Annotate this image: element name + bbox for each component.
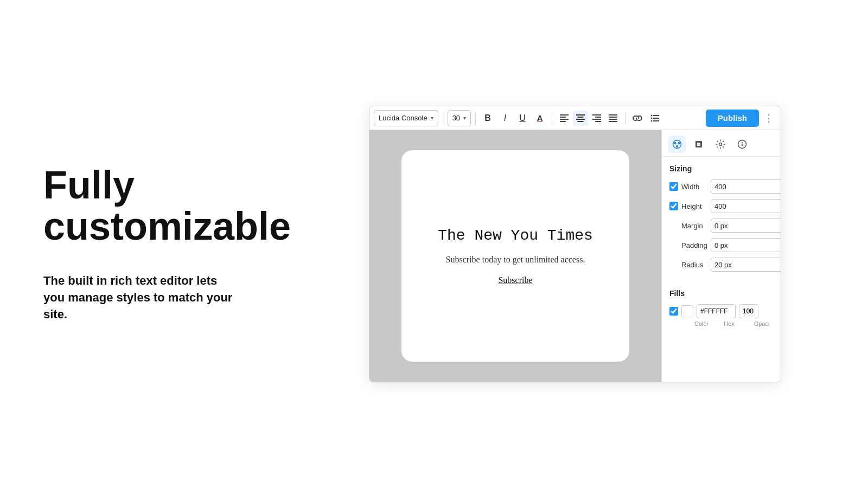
panel-tab-info[interactable] <box>733 136 751 153</box>
svg-point-28 <box>719 143 722 146</box>
fill-hex-label: Hex <box>710 320 749 327</box>
svg-rect-1 <box>560 117 566 118</box>
svg-rect-2 <box>560 119 569 120</box>
height-checkbox[interactable] <box>669 202 678 210</box>
svg-rect-7 <box>578 121 584 122</box>
align-center-button[interactable] <box>573 111 588 126</box>
svg-rect-21 <box>653 120 659 121</box>
right-section: Lucida Console ▾ 30 ▾ B I U A <box>282 106 868 382</box>
canvas-area[interactable]: The New You Times Subscribe today to get… <box>369 130 661 382</box>
radius-label: Radius <box>681 261 707 269</box>
radius-input[interactable] <box>711 258 781 272</box>
toolbar-divider-1 <box>443 112 443 124</box>
editor-main: The New You Times Subscribe today to get… <box>369 130 781 382</box>
font-family-chevron-icon: ▾ <box>431 115 433 121</box>
padding-input[interactable] <box>711 238 781 252</box>
font-size-select[interactable]: 30 ▾ <box>448 110 471 126</box>
subtext: The built in rich text editor lets you m… <box>43 273 239 323</box>
headline: Fully customizable <box>43 165 239 247</box>
height-input[interactable] <box>711 199 781 213</box>
panel-tab-style[interactable] <box>668 136 686 153</box>
svg-rect-14 <box>609 119 617 120</box>
svg-rect-17 <box>653 115 659 116</box>
content-card[interactable]: The New You Times Subscribe today to get… <box>401 150 629 362</box>
fills-labels: Color Hex Opaci <box>669 320 773 327</box>
align-justify-button[interactable] <box>605 111 621 126</box>
svg-point-16 <box>651 114 653 116</box>
height-label: Height <box>681 202 707 210</box>
svg-point-24 <box>678 142 680 144</box>
fill-color-label: Color <box>694 320 706 327</box>
radius-row: Radius <box>669 258 773 272</box>
font-size-chevron-icon: ▾ <box>463 115 466 121</box>
svg-rect-19 <box>653 118 659 119</box>
svg-rect-10 <box>592 119 601 120</box>
left-section: Fully customizable The built in rich tex… <box>0 165 282 323</box>
align-right-button[interactable] <box>589 111 604 126</box>
sizing-title: Sizing <box>669 164 773 173</box>
publish-button[interactable]: Publish <box>706 110 759 127</box>
toolbar-divider-2 <box>475 112 476 124</box>
fills-title: Fills <box>669 289 773 298</box>
panel-tab-layer[interactable] <box>690 136 707 153</box>
svg-rect-27 <box>697 143 700 146</box>
link-button[interactable] <box>630 111 645 126</box>
svg-point-18 <box>651 117 653 119</box>
right-panel: Sizing Width px Height px Marg <box>661 130 781 382</box>
toolbar-divider-4 <box>625 112 626 124</box>
italic-button[interactable]: I <box>497 111 513 126</box>
bold-button[interactable]: B <box>480 111 495 126</box>
margin-label: Margin <box>681 222 707 230</box>
svg-rect-9 <box>595 117 601 118</box>
card-title: The New You Times <box>438 227 593 244</box>
svg-rect-5 <box>578 117 584 118</box>
width-input[interactable] <box>711 179 781 194</box>
fill-opacity-input[interactable] <box>739 304 758 318</box>
svg-rect-13 <box>609 117 617 118</box>
fill-color-swatch[interactable] <box>681 305 693 317</box>
toolbar: Lucida Console ▾ 30 ▾ B I U A <box>369 106 781 130</box>
margin-input[interactable] <box>711 219 781 233</box>
svg-point-23 <box>674 142 676 144</box>
fill-opacity-label: Opaci <box>752 320 771 327</box>
fills-checkbox[interactable] <box>669 307 678 316</box>
toolbar-divider-3 <box>552 112 552 124</box>
svg-rect-3 <box>560 121 566 122</box>
font-size-label: 30 <box>452 114 460 122</box>
svg-rect-0 <box>560 114 569 115</box>
underline-button[interactable]: U <box>515 111 530 126</box>
svg-rect-6 <box>576 119 585 120</box>
align-group <box>557 111 621 126</box>
width-row: Width px <box>669 179 773 194</box>
editor-window: Lucida Console ▾ 30 ▾ B I U A <box>369 106 781 382</box>
svg-rect-4 <box>576 114 585 115</box>
panel-fills-section: Fills Color Hex Opaci <box>662 281 781 327</box>
fills-row <box>669 304 773 318</box>
fill-hex-input[interactable] <box>697 304 736 318</box>
align-left-button[interactable] <box>557 111 572 126</box>
width-label: Width <box>681 183 707 191</box>
margin-row: Margin <box>669 219 773 233</box>
svg-point-25 <box>676 145 678 147</box>
text-color-button[interactable]: A <box>532 111 547 126</box>
padding-row: Padding <box>669 238 773 252</box>
height-row: Height px <box>669 199 773 213</box>
svg-point-20 <box>651 120 653 121</box>
more-options-button[interactable]: ⋮ <box>761 111 776 126</box>
panel-tabs <box>662 130 781 157</box>
list-button[interactable] <box>647 111 662 126</box>
panel-tab-settings[interactable] <box>712 136 729 153</box>
font-family-select[interactable]: Lucida Console ▾ <box>374 110 438 126</box>
svg-rect-8 <box>592 114 601 115</box>
font-family-label: Lucida Console <box>379 114 427 122</box>
svg-point-31 <box>742 142 743 143</box>
svg-rect-15 <box>609 121 617 122</box>
svg-rect-11 <box>595 121 601 122</box>
svg-rect-12 <box>609 114 617 115</box>
padding-label: Padding <box>681 241 707 249</box>
svg-rect-30 <box>742 144 743 147</box>
panel-sizing-section: Sizing Width px Height px Marg <box>662 157 781 277</box>
width-checkbox[interactable] <box>669 182 678 191</box>
card-cta-link[interactable]: Subscribe <box>498 275 532 285</box>
card-subtitle: Subscribe today to get unlimited access. <box>446 255 585 265</box>
